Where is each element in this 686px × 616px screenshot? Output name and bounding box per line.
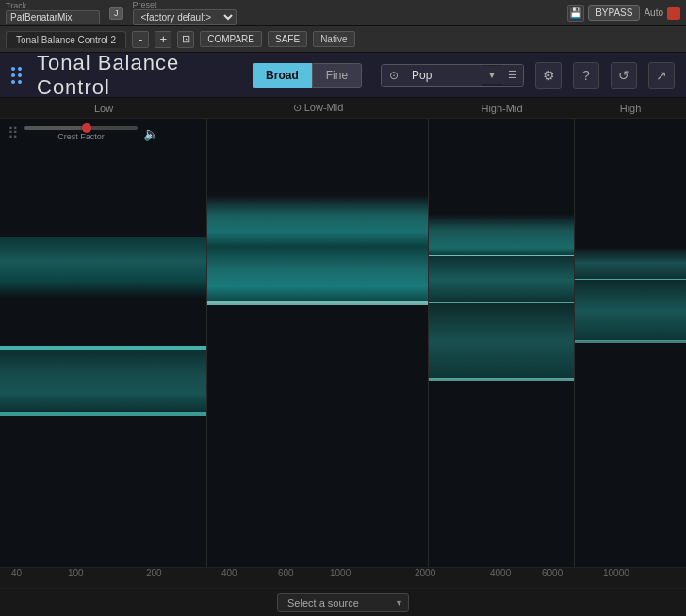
preset-label: Preset	[133, 0, 237, 9]
j-button[interactable]: J	[109, 7, 123, 20]
fine-button[interactable]: Fine	[312, 63, 362, 88]
plugin-title: Tonal Balance Control	[37, 51, 241, 100]
native-button[interactable]: Native	[313, 31, 354, 47]
broad-fine-toggle: Broad Fine	[253, 63, 362, 88]
freq-axis: 40 100 200 400 600 1000 2000 4000 6000 1…	[0, 567, 686, 588]
source-select[interactable]: Select a source Stereo Out Master Bus	[277, 593, 409, 612]
plus-button[interactable]: +	[155, 31, 172, 48]
bypass-button[interactable]: BYPASS	[588, 5, 640, 21]
crest-factor-label: Crest Factor	[24, 132, 138, 141]
freq-600: 600	[278, 568, 294, 578]
low-controls: ⠿ Crest Factor 🔈	[0, 119, 206, 148]
crest-slider-wrap: Crest Factor	[24, 126, 138, 141]
minus-button[interactable]: -	[132, 31, 149, 48]
menu-icon-btn[interactable]: ☰	[502, 65, 523, 85]
lm-viz-region-2	[207, 247, 428, 303]
floppy-icon-btn[interactable]: 💾	[567, 5, 584, 22]
hm-viz-region-3	[429, 303, 574, 379]
compare-button[interactable]: COMPARE	[200, 31, 262, 47]
h-viz-line-2	[575, 340, 686, 343]
speaker-icon: 🔈	[143, 126, 159, 141]
low-mid-band-label: ⊙ Low-Mid	[207, 102, 429, 114]
plugin-header: Tonal Balance Control Broad Fine ⊙ Pop ▼…	[0, 53, 686, 98]
low-viz-region-2	[0, 350, 206, 412]
hm-viz-line-3	[429, 378, 574, 381]
settings-button[interactable]: ⚙	[535, 62, 562, 89]
arrow-button[interactable]: ↗	[648, 62, 675, 89]
freq-40: 40	[11, 568, 22, 578]
lm-viz-line-2	[207, 301, 428, 305]
safe-button[interactable]: SAFE	[268, 31, 307, 47]
source-select-wrap: Select a source Stereo Out Master Bus ▼	[277, 593, 409, 612]
plugin-tab[interactable]: Tonal Balance Control 2	[6, 31, 126, 48]
bottom-bar: Select a source Stereo Out Master Bus ▼	[0, 588, 686, 616]
high-band-area	[575, 119, 686, 567]
high-band-label: High	[575, 103, 686, 114]
target-select-wrap: ⊙ Pop ▼ ☰	[381, 64, 524, 87]
freq-1000: 1000	[330, 568, 351, 578]
low-viz-line-2	[0, 412, 206, 416]
help-button[interactable]: ?	[573, 62, 599, 89]
track-name-input[interactable]	[6, 10, 100, 24]
close-button[interactable]	[667, 7, 680, 20]
preset-section: Preset <factory default>	[133, 0, 237, 25]
top-bar: Track J Preset <factory default> 💾 BYPAS…	[0, 0, 686, 53]
freq-400: 400	[221, 568, 237, 578]
broad-button[interactable]: Broad	[253, 63, 312, 88]
freq-10000: 10000	[603, 568, 629, 578]
track-section: Track	[6, 1, 100, 24]
main-content: Low ⊙ Low-Mid High-Mid High ⠿ Crest Fact…	[0, 98, 686, 616]
target-icon: ⊙	[382, 65, 406, 86]
freq-200: 200	[146, 568, 162, 578]
target-caret-icon: ▼	[482, 66, 502, 84]
logo-dots	[11, 67, 22, 84]
top-bar-row1: Track J Preset <factory default> 💾 BYPAS…	[0, 0, 686, 26]
low-band-label: Low	[0, 103, 207, 114]
h-viz-region-2	[575, 280, 686, 341]
freq-labels: 40 100 200 400 600 1000 2000 4000 6000 1…	[0, 568, 686, 589]
preset-select[interactable]: <factory default>	[133, 9, 237, 25]
crest-factor-slider[interactable]	[24, 126, 138, 130]
freq-6000: 6000	[542, 568, 563, 578]
track-label: Track	[6, 1, 100, 10]
freq-2000: 2000	[415, 568, 435, 578]
low-viz-region-1	[0, 237, 206, 299]
drag-handle-icon: ⠿	[8, 124, 19, 142]
target-select[interactable]: Pop	[406, 65, 482, 86]
freq-4000: 4000	[490, 568, 511, 578]
hm-viz-region-2	[429, 256, 574, 303]
copy-button[interactable]: ⊡	[177, 31, 194, 48]
band-labels-row: Low ⊙ Low-Mid High-Mid High	[0, 98, 686, 119]
reset-button[interactable]: ↺	[611, 62, 637, 89]
lm-viz-region-1	[207, 195, 428, 247]
hm-viz-region-1	[429, 214, 574, 256]
viz-area: ⠿ Crest Factor 🔈	[0, 119, 686, 567]
high-mid-band-label: High-Mid	[429, 103, 575, 114]
h-viz-region-1	[575, 247, 686, 280]
top-bar-row2: Tonal Balance Control 2 - + ⊡ COMPARE SA…	[0, 26, 686, 52]
freq-100: 100	[68, 568, 84, 578]
low-mid-band-area	[207, 119, 429, 567]
auto-label: Auto	[644, 8, 663, 18]
high-mid-band-area	[429, 119, 575, 567]
low-band-area: ⠿ Crest Factor 🔈	[0, 119, 207, 567]
